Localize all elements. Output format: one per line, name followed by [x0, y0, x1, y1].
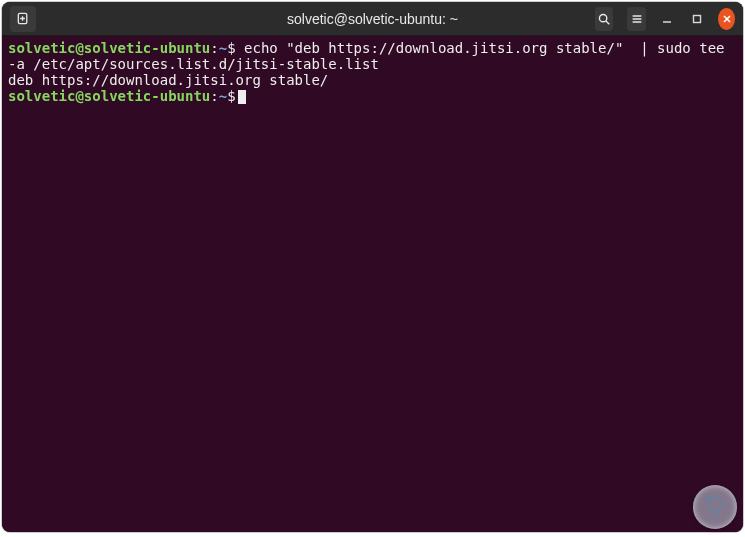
maximize-icon [691, 13, 703, 25]
search-button[interactable] [595, 7, 613, 31]
prompt-separator: : [210, 40, 218, 56]
prompt-path: ~ [219, 88, 227, 104]
terminal-line-output: deb https://download.jitsi.org stable/ [8, 72, 737, 88]
svg-rect-7 [693, 15, 700, 22]
terminal-window: solvetic@solvetic-ubuntu: ~ [2, 2, 743, 532]
terminal-body[interactable]: solvetic@solvetic-ubuntu:~$ echo "deb ht… [2, 36, 743, 532]
close-icon [722, 14, 732, 24]
prompt-separator: : [210, 88, 218, 104]
prompt-user-host: solvetic@solvetic-ubuntu [8, 40, 210, 56]
svg-point-1 [600, 14, 607, 21]
title-bar-left [10, 6, 150, 32]
title-bar[interactable]: solvetic@solvetic-ubuntu: ~ [2, 2, 743, 36]
terminal-line-command: solvetic@solvetic-ubuntu:~$ echo "deb ht… [8, 40, 737, 72]
prompt-symbol: $ [227, 40, 235, 56]
maximize-button[interactable] [689, 9, 704, 29]
prompt-user-host: solvetic@solvetic-ubuntu [8, 88, 210, 104]
title-bar-right [595, 7, 735, 31]
new-tab-icon [16, 11, 31, 26]
lightbulb-icon [702, 494, 728, 520]
svg-line-2 [606, 20, 609, 23]
prompt-symbol: $ [227, 88, 235, 104]
minimize-button[interactable] [660, 9, 675, 29]
new-tab-button[interactable] [10, 6, 36, 32]
window-title: solvetic@solvetic-ubuntu: ~ [150, 11, 595, 27]
close-button[interactable] [718, 8, 735, 30]
menu-button[interactable] [627, 7, 645, 31]
minimize-icon [661, 13, 673, 25]
cursor [238, 90, 246, 104]
prompt-path: ~ [219, 40, 227, 56]
watermark-badge [693, 485, 737, 529]
search-icon [597, 12, 611, 26]
terminal-line-prompt: solvetic@solvetic-ubuntu:~$ [8, 88, 737, 104]
hamburger-icon [630, 12, 644, 26]
